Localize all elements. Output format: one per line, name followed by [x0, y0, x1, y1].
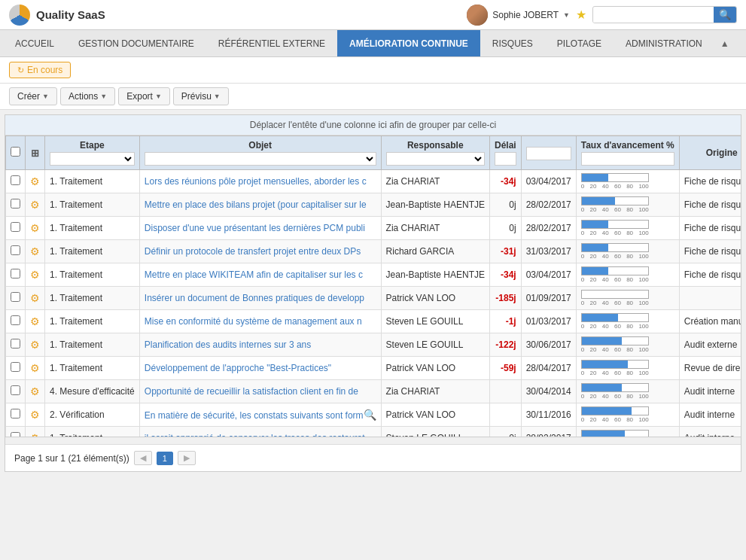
gear-icon[interactable]: ⚙: [30, 339, 40, 351]
row-delai-cell: 0j: [489, 193, 521, 217]
gear-icon[interactable]: ⚙: [30, 385, 40, 397]
progress-bar-outer: [581, 196, 649, 205]
objet-filter-select[interactable]: [145, 152, 376, 166]
col-header-origine[interactable]: Origine: [679, 136, 741, 170]
row-origine-cell: [679, 287, 741, 310]
row-date-cell: 31/03/2017: [521, 240, 576, 263]
nav-gestion[interactable]: GESTION DOCUMENTAIRE: [66, 30, 206, 56]
progress-bar-outer: [581, 266, 649, 275]
table-wrapper[interactable]: ⊞ Etape Objet: [5, 135, 741, 437]
row-objet-link[interactable]: Lors des réunions pôle projet mensuelles…: [145, 176, 367, 187]
actions-button[interactable]: Actions ▼: [60, 87, 115, 105]
row-objet-link[interactable]: Définir un protocole de transfert projet…: [145, 246, 361, 257]
row-objet-link[interactable]: Développement de l'approche "Best-Practi…: [145, 363, 331, 373]
etape-filter-select[interactable]: [50, 152, 135, 166]
row-checkbox[interactable]: [11, 315, 20, 325]
col-header-responsable[interactable]: Responsable: [381, 136, 489, 170]
row-etape-cell: 2. Vérification: [45, 403, 140, 427]
nav-pilotage[interactable]: PILOTAGE: [545, 30, 614, 56]
sub-toolbar: ↻ En cours: [0, 57, 746, 84]
table-row: ⚙1. TraitementMise en conformité du syst…: [6, 310, 741, 333]
gear-icon[interactable]: ⚙: [30, 409, 40, 421]
nav-accueil[interactable]: ACCUEIL: [3, 30, 66, 56]
horizontal-scrollbar[interactable]: [5, 437, 741, 444]
row-objet-link[interactable]: il serait approprié de conserver les tra…: [145, 433, 365, 437]
select-all-checkbox[interactable]: [11, 147, 20, 157]
filter-tag-label: En cours: [27, 65, 62, 75]
col-header-objet[interactable]: Objet: [139, 136, 381, 170]
row-gear-cell: ⚙: [26, 427, 45, 437]
expand-all-icon[interactable]: ⊞: [31, 148, 39, 159]
gear-icon[interactable]: ⚙: [30, 245, 40, 257]
taux-filter-input[interactable]: [581, 152, 674, 166]
col-header-etape[interactable]: Etape: [45, 136, 140, 170]
data-table: ⊞ Etape Objet: [5, 135, 741, 437]
row-delai-value: -185j: [495, 293, 516, 303]
nav-referentiel[interactable]: RÉFÉRENTIEL EXTERNE: [206, 30, 337, 56]
gear-icon[interactable]: ⚙: [30, 199, 40, 211]
nav-risques[interactable]: RISQUES: [480, 30, 545, 56]
creer-button[interactable]: Créer ▼: [9, 87, 57, 105]
date-filter-input[interactable]: [526, 147, 571, 160]
row-objet-link[interactable]: Opportunité de recueillir la satisfactio…: [145, 386, 358, 397]
row-checkbox[interactable]: [11, 409, 20, 418]
row-objet-link[interactable]: Insérer un document de Bonnes pratiques …: [145, 293, 364, 303]
filter-tag-encours[interactable]: ↻ En cours: [9, 62, 71, 78]
row-delai-value: -1j: [506, 316, 516, 327]
row-checkbox[interactable]: [11, 245, 20, 255]
action-bar: Créer ▼ Actions ▼ Export ▼ Prévisu ▼: [0, 84, 746, 110]
search-icon[interactable]: 🔍: [364, 409, 376, 421]
gear-icon[interactable]: ⚙: [30, 315, 40, 327]
responsable-filter-select[interactable]: [386, 152, 485, 166]
row-objet-cell: Planification des audits internes sur 3 …: [139, 333, 381, 357]
row-checkbox[interactable]: [11, 292, 20, 302]
col-header-delai[interactable]: Délai: [489, 136, 521, 170]
progress-ticks: 020406080100: [581, 276, 649, 283]
page-prev-button[interactable]: ◀: [134, 451, 152, 465]
row-objet-link[interactable]: Mise en conformité du système de managem…: [145, 316, 362, 327]
row-objet-link[interactable]: En matière de sécurité, les constats sui…: [145, 410, 364, 421]
row-checkbox[interactable]: [11, 199, 20, 208]
previsu-button[interactable]: Prévisu ▼: [173, 87, 229, 105]
nav-amelioration[interactable]: AMÉLIORATION CONTINUE: [337, 30, 480, 56]
row-origine-cell: Fiche de risque: [679, 170, 741, 193]
search-button[interactable]: 🔍: [714, 7, 736, 23]
user-name: Sophie JOBERT: [492, 10, 559, 20]
gear-icon[interactable]: ⚙: [30, 362, 40, 374]
row-objet-link[interactable]: Mettre en place des bilans projet (pour …: [145, 199, 367, 210]
gear-icon[interactable]: ⚙: [30, 292, 40, 304]
row-objet-cell: Insérer un document de Bonnes pratiques …: [139, 287, 381, 310]
user-area[interactable]: Sophie JOBERT ▼: [467, 5, 570, 26]
col-header-taux[interactable]: Taux d'avancement %: [576, 136, 679, 170]
row-checkbox[interactable]: [11, 222, 20, 232]
nav-administration[interactable]: ADMINISTRATION: [614, 30, 714, 56]
gear-icon[interactable]: ⚙: [30, 175, 40, 187]
row-date-cell: 01/09/2017: [521, 287, 576, 310]
logo-icon: [9, 5, 30, 26]
col-objet-label: Objet: [145, 140, 376, 151]
row-checkbox[interactable]: [11, 362, 20, 372]
export-button[interactable]: Export ▼: [118, 87, 170, 105]
progress-bar-wrap: 020406080100: [581, 173, 664, 190]
row-checkbox[interactable]: [11, 339, 20, 348]
gear-icon[interactable]: ⚙: [30, 222, 40, 234]
row-objet-link[interactable]: Disposer d'une vue présentant les derniè…: [145, 223, 365, 233]
gear-icon[interactable]: ⚙: [30, 269, 40, 281]
row-checkbox[interactable]: [11, 385, 20, 395]
nav-collapse-button[interactable]: ▲: [714, 35, 735, 52]
page-next-button[interactable]: ▶: [178, 451, 196, 465]
row-checkbox[interactable]: [11, 432, 20, 437]
col-header-date[interactable]: [521, 136, 576, 170]
favorite-icon[interactable]: ★: [576, 8, 586, 22]
progress-bar-inner: [582, 267, 608, 275]
page-1-button[interactable]: 1: [157, 452, 173, 465]
row-objet-link[interactable]: Planification des audits internes sur 3 …: [145, 339, 311, 350]
row-checkbox[interactable]: [11, 175, 20, 185]
row-objet-link[interactable]: Mettre en place WIKITEAM afin de capital…: [145, 269, 363, 280]
delai-filter-input[interactable]: [495, 152, 516, 166]
gear-icon[interactable]: ⚙: [30, 432, 40, 437]
table-row: ⚙4. Mesure d'efficacitéOpportunité de re…: [6, 380, 741, 403]
progress-bar-inner: [582, 174, 608, 181]
search-input[interactable]: [593, 8, 714, 23]
row-checkbox[interactable]: [11, 269, 20, 278]
